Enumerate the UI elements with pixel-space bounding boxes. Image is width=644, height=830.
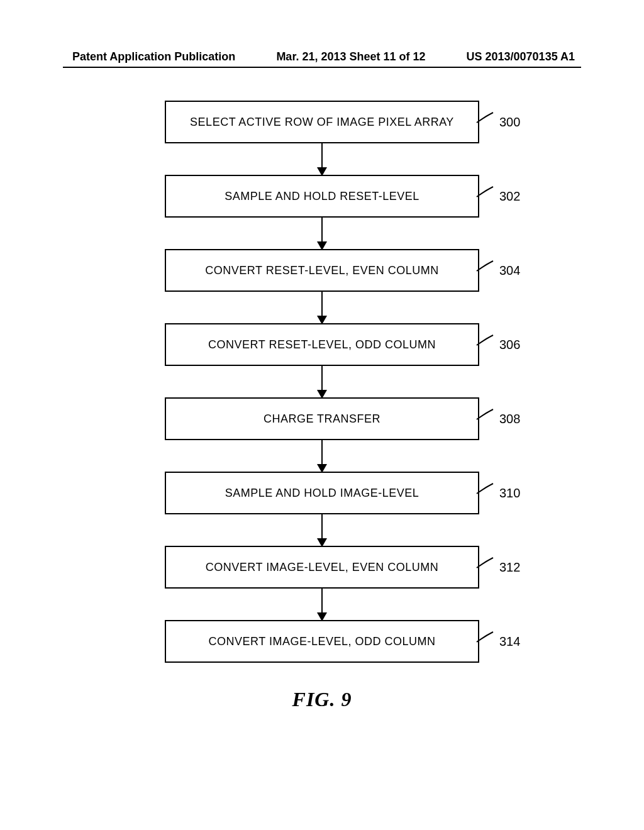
- flow-arrow: [321, 218, 323, 249]
- step-box-300: SELECT ACTIVE ROW OF IMAGE PIXEL ARRAY: [165, 101, 479, 143]
- ref-number: 306: [499, 338, 520, 352]
- step-box-308: CHARGE TRANSFER: [165, 397, 479, 440]
- step-box-310: SAMPLE AND HOLD IMAGE-LEVEL: [165, 472, 479, 514]
- flow-arrow: [321, 366, 323, 397]
- ref-callout: 312: [479, 555, 520, 579]
- flow-step: CONVERT RESET-LEVEL, ODD COLUMN 306: [165, 323, 479, 366]
- flow-arrow: [321, 589, 323, 620]
- ref-number: 302: [499, 189, 520, 204]
- leader-curve-icon: [474, 555, 498, 579]
- page-header: Patent Application Publication Mar. 21, …: [0, 50, 644, 64]
- header-right: US 2013/0070135 A1: [467, 50, 575, 64]
- ref-callout: 306: [479, 333, 520, 357]
- flow-step: SAMPLE AND HOLD IMAGE-LEVEL 310: [165, 472, 479, 514]
- step-box-306: CONVERT RESET-LEVEL, ODD COLUMN: [165, 323, 479, 366]
- flow-step: SELECT ACTIVE ROW OF IMAGE PIXEL ARRAY 3…: [165, 101, 479, 143]
- flow-step: SAMPLE AND HOLD RESET-LEVEL 302: [165, 175, 479, 218]
- step-box-312: CONVERT IMAGE-LEVEL, EVEN COLUMN: [165, 546, 479, 589]
- step-box-302: SAMPLE AND HOLD RESET-LEVEL: [165, 175, 479, 218]
- flow-arrow: [321, 292, 323, 323]
- ref-number: 314: [499, 634, 520, 649]
- leader-curve-icon: [474, 407, 498, 431]
- leader-curve-icon: [474, 184, 498, 208]
- header-center: Mar. 21, 2013 Sheet 11 of 12: [276, 50, 425, 64]
- ref-number: 304: [499, 263, 520, 278]
- flow-arrow: [321, 440, 323, 472]
- header-rule: [63, 67, 581, 68]
- ref-callout: 302: [479, 184, 520, 208]
- flow-arrow: [321, 143, 323, 175]
- flow-step: CONVERT IMAGE-LEVEL, EVEN COLUMN 312: [165, 546, 479, 589]
- ref-callout: 304: [479, 258, 520, 282]
- flow-step: CHARGE TRANSFER 308: [165, 397, 479, 440]
- ref-callout: 314: [479, 629, 520, 653]
- flow-arrow: [321, 514, 323, 546]
- leader-curve-icon: [474, 629, 498, 653]
- ref-number: 310: [499, 486, 520, 501]
- figure-label: FIG. 9: [292, 688, 352, 711]
- ref-callout: 300: [479, 110, 520, 134]
- ref-number: 312: [499, 560, 520, 575]
- leader-curve-icon: [474, 110, 498, 134]
- ref-callout: 310: [479, 481, 520, 505]
- step-box-304: CONVERT RESET-LEVEL, EVEN COLUMN: [165, 249, 479, 292]
- leader-curve-icon: [474, 333, 498, 357]
- ref-number: 300: [499, 115, 520, 130]
- flow-step: CONVERT IMAGE-LEVEL, ODD COLUMN 314: [165, 620, 479, 663]
- leader-curve-icon: [474, 481, 498, 505]
- flowchart: SELECT ACTIVE ROW OF IMAGE PIXEL ARRAY 3…: [0, 101, 644, 711]
- step-box-314: CONVERT IMAGE-LEVEL, ODD COLUMN: [165, 620, 479, 663]
- header-left: Patent Application Publication: [72, 50, 235, 64]
- ref-number: 308: [499, 412, 520, 426]
- leader-curve-icon: [474, 258, 498, 282]
- flow-step: CONVERT RESET-LEVEL, EVEN COLUMN 304: [165, 249, 479, 292]
- ref-callout: 308: [479, 407, 520, 431]
